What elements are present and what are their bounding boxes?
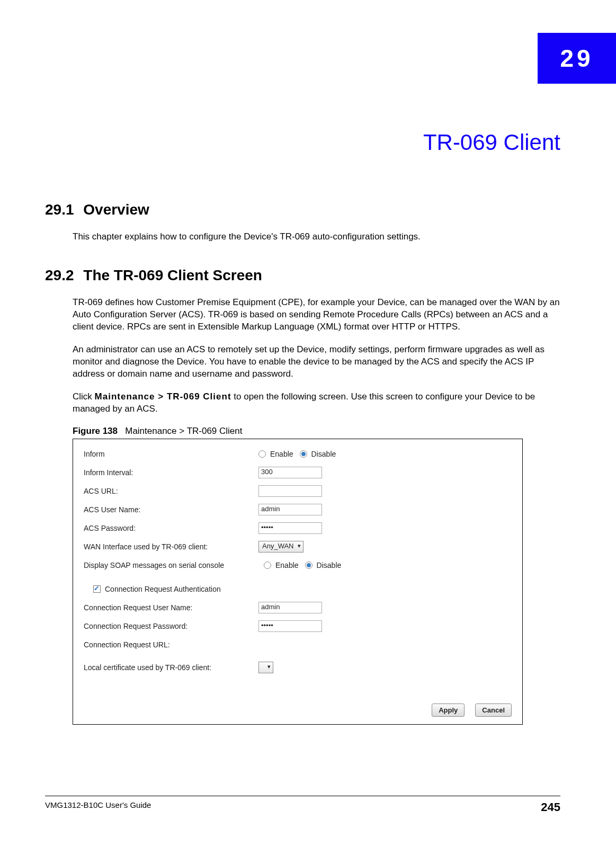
- soap-disable-radio[interactable]: [305, 562, 313, 569]
- inform-enable-radio[interactable]: [258, 450, 266, 458]
- conn-user-input[interactable]: admin: [258, 602, 322, 613]
- acs-pass-input[interactable]: •••••: [258, 522, 322, 534]
- chapter-label: CHAPTER: [432, 33, 537, 42]
- cancel-button[interactable]: Cancel: [475, 703, 512, 717]
- acs-url-label: ACS URL:: [84, 487, 258, 495]
- section-title: The TR-069 Client Screen: [83, 267, 262, 283]
- inform-interval-label: Inform Interval:: [84, 468, 258, 477]
- section-client-screen: 29.2 The TR-069 Client Screen TR-069 def…: [45, 267, 560, 725]
- acs-url-input[interactable]: [258, 485, 322, 497]
- section-title: Overview: [83, 201, 149, 218]
- conn-url-label: Connection Request URL:: [84, 640, 258, 649]
- conn-pass-label: Connection Request Password:: [84, 622, 258, 630]
- page-footer: VMG1312-B10C User's Guide 245: [45, 796, 560, 814]
- acs-pass-label: ACS Password:: [84, 524, 258, 532]
- disable-text: Disable: [317, 561, 342, 569]
- disable-text: Disable: [311, 450, 336, 458]
- figure-caption: Figure 138 Maintenance > TR-069 Client: [73, 426, 560, 437]
- chapter-title: TR-069 Client: [423, 130, 560, 155]
- footer-guide-name: VMG1312-B10C User's Guide: [45, 800, 151, 814]
- conn-auth-checkbox[interactable]: [93, 585, 101, 593]
- section-client-p2: An administrator can use an ACS to remot…: [73, 344, 560, 380]
- tr069-screenshot: Inform Enable Disable Inform Interval: 3…: [73, 439, 523, 725]
- inform-label: Inform: [84, 450, 258, 458]
- acs-user-label: ACS User Name:: [84, 505, 258, 514]
- chapter-number-tab: 29: [538, 33, 616, 84]
- section-heading-overview: 29.1 Overview: [45, 201, 560, 218]
- apply-button[interactable]: Apply: [432, 703, 465, 717]
- page-number: 245: [541, 800, 560, 814]
- chapter-number: 29: [560, 44, 593, 73]
- section-overview: 29.1 Overview This chapter explains how …: [45, 201, 560, 254]
- enable-text: Enable: [275, 561, 299, 569]
- wan-interface-label: WAN Interface used by TR-069 client:: [84, 542, 258, 551]
- conn-auth-label: Connection Request Authentication: [105, 585, 221, 593]
- acs-user-input[interactable]: admin: [258, 504, 322, 515]
- p3-pre: Click: [73, 391, 95, 402]
- soap-label: Display SOAP messages on serial console: [84, 561, 264, 569]
- section-client-p3: Click Maintenance > TR-069 Client to ope…: [73, 391, 560, 415]
- inform-interval-input[interactable]: 300: [258, 467, 322, 478]
- conn-user-label: Connection Request User Name:: [84, 603, 258, 612]
- soap-enable-radio[interactable]: [264, 562, 271, 569]
- section-heading-client-screen: 29.2 The TR-069 Client Screen: [45, 267, 560, 284]
- conn-pass-input[interactable]: •••••: [258, 620, 322, 632]
- figure-label: Figure 138: [73, 426, 118, 436]
- nav-path: Maintenance > TR-069 Client: [95, 391, 231, 402]
- section-number: 29.1: [45, 201, 74, 218]
- local-cert-label: Local certificate used by TR-069 client:: [84, 663, 258, 672]
- inform-disable-radio[interactable]: [300, 450, 307, 458]
- wan-interface-select[interactable]: Any_WAN: [258, 541, 303, 553]
- section-client-p1: TR-069 defines how Customer Premise Equi…: [73, 297, 560, 333]
- enable-text: Enable: [270, 450, 293, 458]
- section-overview-text: This chapter explains how to configure t…: [73, 231, 560, 243]
- section-number: 29.2: [45, 267, 74, 283]
- local-cert-select[interactable]: [258, 662, 273, 673]
- figure-caption-text: Maintenance > TR-069 Client: [125, 426, 242, 436]
